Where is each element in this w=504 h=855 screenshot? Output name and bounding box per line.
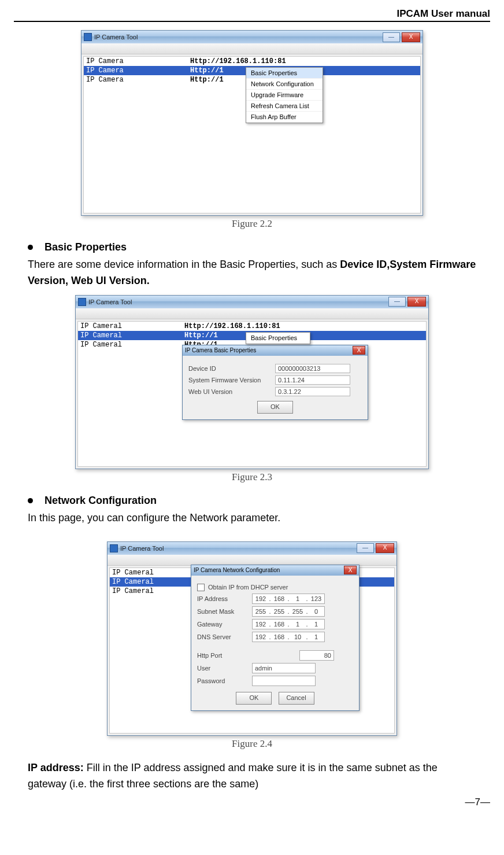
dhcp-label: Obtain IP from DHCP server <box>208 584 288 591</box>
minimize-button[interactable]: — <box>357 543 374 553</box>
para-bold: IP address: <box>28 762 84 773</box>
heading-text: Basic Properties <box>45 241 127 253</box>
bullet-icon <box>28 498 33 503</box>
dialog-titlebar: IP Camera Network Configuration X <box>191 565 359 576</box>
page-header: IPCAM User manual <box>14 6 490 22</box>
close-button[interactable]: X <box>402 32 420 42</box>
dhcp-row: Obtain IP from DHCP server <box>197 584 353 591</box>
dialog-close-button[interactable]: X <box>353 346 365 355</box>
password-input[interactable] <box>252 676 316 686</box>
dhcp-checkbox[interactable] <box>197 584 205 591</box>
dialog-body: Device ID 000000003213 System Firmware V… <box>183 356 368 419</box>
camera-name: IP Cameral <box>78 331 184 340</box>
menubar <box>81 43 423 54</box>
minimize-button[interactable]: — <box>388 297 406 307</box>
para-text: There are some device information in the… <box>28 259 340 270</box>
camera-list: IP Cameral IP Cameral IP Cameral IP Came… <box>109 567 395 734</box>
heading-text: Network Configuration <box>45 495 157 507</box>
window-title: IP Camera Tool <box>120 545 164 552</box>
figure-2-4: IP Camera Tool — X IP Cameral IP Cameral… <box>14 541 490 750</box>
camera-name: IP Camera <box>84 67 190 75</box>
context-menu: Basic Properties Network Configuration U… <box>246 67 323 123</box>
close-button[interactable]: X <box>376 543 394 553</box>
camera-name: IP Cameral <box>78 341 184 349</box>
basic-properties-dialog: IP Camera Basic Properties X Device ID 0… <box>182 345 368 420</box>
figure-caption: Figure 2.2 <box>14 218 490 230</box>
ctx-basic-properties[interactable]: Basic Properties <box>246 68 323 79</box>
http-port-input[interactable]: 80 <box>299 650 334 661</box>
dialog-title: IP Camera Basic Properties <box>185 347 256 353</box>
app-icon <box>78 298 86 306</box>
ip-address-label: IP Address <box>197 595 252 602</box>
device-id-label: Device ID <box>188 365 275 372</box>
page-number: —7— <box>14 797 490 808</box>
gateway-input[interactable]: 192. 168. 1. 1 <box>252 619 325 629</box>
para-text: In this page, you can configure the Netw… <box>28 512 280 524</box>
firmware-version-label: System Firmware Version <box>188 377 275 384</box>
figure-caption: Figure 2.3 <box>14 471 490 483</box>
ctx-refresh-camera-list[interactable]: Refresh Camera List <box>246 101 323 112</box>
camera-name: IP Camera <box>84 57 190 65</box>
ip-camera-tool-window: IP Camera Tool — X IP Cameral IP Cameral… <box>107 541 397 736</box>
camera-name: IP Cameral <box>78 322 184 330</box>
network-config-dialog: IP Camera Network Configuration X Obtain… <box>191 565 360 711</box>
password-label: Password <box>197 677 252 684</box>
ctx-flush-arp-buffer[interactable]: Flush Arp Buffer <box>246 112 323 123</box>
http-port-label: Http Port <box>197 652 252 659</box>
ctx-upgrade-firmware[interactable]: Upgrade Firmware <box>246 90 323 101</box>
ok-button[interactable]: OK <box>236 692 272 705</box>
camera-name: IP Camera <box>84 76 190 84</box>
ip-address-input[interactable]: 192. 168. 1. 123 <box>252 594 325 604</box>
figure-2-3: IP Camera Tool — X IP Cameral Http://192… <box>14 295 490 483</box>
titlebar: IP Camera Tool — X <box>76 296 428 308</box>
camera-url: Http://192.168.1.110:81 <box>184 322 426 330</box>
app-icon <box>110 544 118 552</box>
subnet-mask-input[interactable]: 255. 255. 255. 0 <box>252 606 325 617</box>
user-label: User <box>197 665 252 672</box>
device-id-value: 000000003213 <box>275 364 350 373</box>
app-icon <box>84 33 92 41</box>
ip-camera-tool-window: IP Camera Tool — X IP Camera Http://192.… <box>81 30 423 216</box>
ip-camera-tool-window: IP Camera Tool — X IP Cameral Http://192… <box>75 295 429 469</box>
window-title: IP Camera Tool <box>94 34 138 40</box>
cancel-button[interactable]: Cancel <box>279 692 314 705</box>
window-title: IP Camera Tool <box>88 298 132 305</box>
figure-caption: Figure 2.4 <box>14 738 490 750</box>
dns-server-input[interactable]: 192. 168. 10. 1 <box>252 632 325 642</box>
firmware-version-value: 0.11.1.24 <box>275 375 350 385</box>
dialog-close-button[interactable]: X <box>344 566 357 574</box>
camera-url: Http://192.168.1.110:81 <box>190 57 420 65</box>
ctx-network-configuration[interactable]: Network Configuration <box>246 79 323 90</box>
minimize-button[interactable]: — <box>383 32 400 42</box>
dialog-titlebar: IP Camera Basic Properties X <box>183 345 368 356</box>
titlebar: IP Camera Tool — X <box>108 542 396 555</box>
section-network-configuration: Network Configuration <box>14 495 490 507</box>
paragraph-ip-address: IP address: Fill in the IP address assig… <box>28 760 476 793</box>
camera-row[interactable]: IP Cameral Http://192.168.1.110:81 <box>78 322 426 331</box>
ok-button[interactable]: OK <box>257 401 293 414</box>
context-menu: Basic Properties <box>246 332 310 344</box>
para-text: Fill in the IP address assigned and make… <box>28 762 438 790</box>
subnet-mask-label: Subnet Mask <box>197 608 252 615</box>
ctx-basic-properties[interactable]: Basic Properties <box>246 333 310 344</box>
close-button[interactable]: X <box>407 297 426 307</box>
web-ui-version-value: 0.3.1.22 <box>275 387 350 396</box>
gateway-label: Gateway <box>197 621 252 628</box>
paragraph-network-configuration: In this page, you can configure the Netw… <box>28 510 476 526</box>
camera-list: IP Camera Http://192.168.1.110:81 IP Cam… <box>83 56 421 213</box>
camera-list: IP Cameral Http://192.168.1.110:81 IP Ca… <box>77 321 427 467</box>
web-ui-version-label: Web UI Version <box>188 388 275 395</box>
dns-server-label: DNS Server <box>197 633 252 640</box>
camera-row[interactable]: IP Camera Http://192.168.1.110:81 <box>84 57 420 66</box>
figure-2-2: IP Camera Tool — X IP Camera Http://192.… <box>14 30 490 230</box>
user-input[interactable]: admin <box>252 663 316 673</box>
titlebar: IP Camera Tool — X <box>81 31 423 43</box>
dialog-body: Obtain IP from DHCP server IP Address 19… <box>191 576 359 710</box>
dialog-title: IP Camera Network Configuration <box>194 567 280 573</box>
bullet-icon <box>28 245 33 250</box>
menubar <box>76 308 428 319</box>
section-basic-properties: Basic Properties <box>14 241 490 253</box>
paragraph-basic-properties: There are some device information in the… <box>28 257 476 289</box>
